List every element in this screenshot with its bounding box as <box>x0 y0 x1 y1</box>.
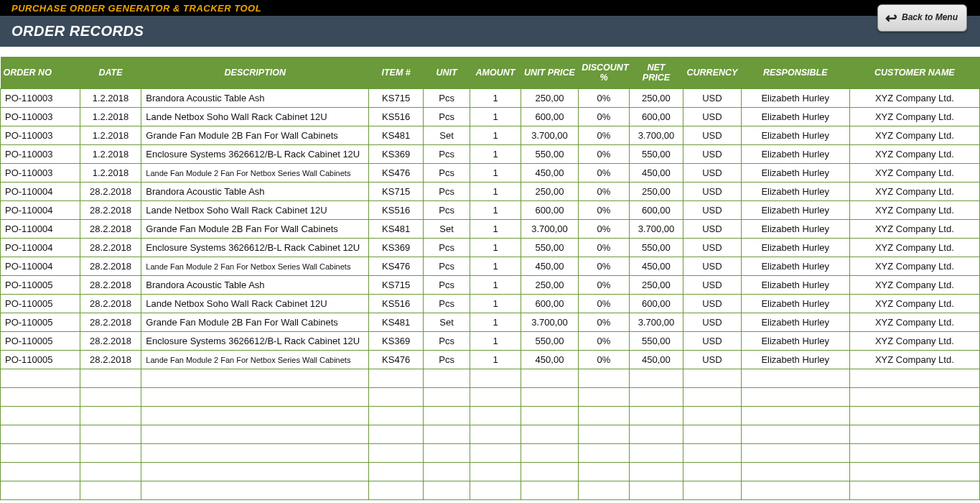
cell-empty <box>683 481 742 500</box>
cell-desc: Grande Fan Module 2B Fan For Wall Cabine… <box>141 220 369 239</box>
order-records-table: ORDER NODATEDESCRIPTIONITEM #UNITAMOUNTU… <box>0 57 980 500</box>
cell-empty <box>521 481 579 500</box>
spacer <box>0 47 980 57</box>
cell-unit: Pcs <box>423 332 470 351</box>
table-row-empty[interactable] <box>1 369 980 388</box>
cell-cust: XYZ Company Ltd. <box>849 313 979 332</box>
cell-date: 28.2.2018 <box>80 201 141 220</box>
cell-empty <box>629 444 683 463</box>
table-row[interactable]: PO-1100031.2.2018Lande Fan Module 2 Fan … <box>1 164 980 183</box>
cell-empty <box>741 388 849 407</box>
cell-nprice: 600,00 <box>629 201 683 220</box>
cell-empty <box>470 425 521 444</box>
table-row[interactable]: PO-11000528.2.2018Brandora Acoustic Tabl… <box>1 276 980 295</box>
cell-empty <box>579 369 629 388</box>
table-row-empty[interactable] <box>1 463 980 481</box>
back-to-menu-button[interactable]: ↩ Back to Menu <box>877 4 967 32</box>
table-row[interactable]: PO-1100031.2.2018Lande Netbox Soho Wall … <box>1 108 980 126</box>
cell-date: 28.2.2018 <box>80 276 141 295</box>
table-row[interactable]: PO-11000528.2.2018Grande Fan Module 2B F… <box>1 313 980 332</box>
cell-desc: Brandora Acoustic Table Ash <box>141 89 369 108</box>
cell-nprice: 600,00 <box>629 108 683 126</box>
table-row-empty[interactable] <box>1 425 980 444</box>
cell-nprice: 450,00 <box>629 351 683 369</box>
table-row[interactable]: PO-11000428.2.2018Lande Netbox Soho Wall… <box>1 201 980 220</box>
cell-empty <box>423 407 470 425</box>
table-row[interactable]: PO-11000428.2.2018Brandora Acoustic Tabl… <box>1 183 980 201</box>
cell-cust: XYZ Company Ltd. <box>849 239 979 257</box>
cell-empty <box>470 369 521 388</box>
table-row[interactable]: PO-11000428.2.2018Lande Fan Module 2 Fan… <box>1 257 980 276</box>
cell-empty <box>1 388 80 407</box>
cell-empty <box>579 388 629 407</box>
table-row[interactable]: PO-11000428.2.2018Enclosure Systems 3626… <box>1 239 980 257</box>
cell-unit: Pcs <box>423 89 470 108</box>
cell-empty <box>80 481 141 500</box>
cell-disc: 0% <box>579 351 629 369</box>
cell-curr: USD <box>683 351 742 369</box>
cell-date: 28.2.2018 <box>80 257 141 276</box>
cell-empty <box>369 407 423 425</box>
cell-order: PO-110005 <box>1 276 80 295</box>
cell-empty <box>741 481 849 500</box>
cell-order: PO-110004 <box>1 220 80 239</box>
table-row-empty[interactable] <box>1 481 980 500</box>
column-header[interactable]: DISCOUNT % <box>579 57 629 89</box>
cell-desc: Enclosure Systems 3626612/B-L Rack Cabin… <box>141 145 369 164</box>
column-header[interactable]: UNIT <box>423 57 470 89</box>
cell-resp: Elizabeth Hurley <box>741 220 849 239</box>
cell-nprice: 550,00 <box>629 332 683 351</box>
cell-empty <box>423 463 470 481</box>
table-row[interactable]: PO-11000428.2.2018Grande Fan Module 2B F… <box>1 220 980 239</box>
cell-disc: 0% <box>579 126 629 145</box>
cell-curr: USD <box>683 239 742 257</box>
cell-disc: 0% <box>579 183 629 201</box>
column-header[interactable]: DATE <box>80 57 141 89</box>
cell-uprice: 600,00 <box>521 295 579 313</box>
column-header[interactable]: CURRENCY <box>683 57 742 89</box>
cell-date: 28.2.2018 <box>80 295 141 313</box>
table-row-empty[interactable] <box>1 388 980 407</box>
table-row[interactable]: PO-1100031.2.2018Brandora Acoustic Table… <box>1 89 980 108</box>
table-row-empty[interactable] <box>1 444 980 463</box>
cell-empty <box>423 425 470 444</box>
table-row-empty[interactable] <box>1 407 980 425</box>
cell-nprice: 550,00 <box>629 145 683 164</box>
column-header[interactable]: AMOUNT <box>470 57 521 89</box>
column-header[interactable]: UNIT PRICE <box>521 57 579 89</box>
cell-date: 28.2.2018 <box>80 239 141 257</box>
column-header[interactable]: DESCRIPTION <box>141 57 369 89</box>
cell-empty <box>849 444 979 463</box>
column-header[interactable]: NET PRICE <box>629 57 683 89</box>
cell-empty <box>521 369 579 388</box>
cell-amount: 1 <box>470 351 521 369</box>
cell-unit: Pcs <box>423 351 470 369</box>
table-row[interactable]: PO-11000528.2.2018Lande Netbox Soho Wall… <box>1 295 980 313</box>
cell-curr: USD <box>683 164 742 183</box>
cell-order: PO-110005 <box>1 351 80 369</box>
cell-item: KS369 <box>369 145 423 164</box>
cell-disc: 0% <box>579 201 629 220</box>
cell-uprice: 600,00 <box>521 108 579 126</box>
page-header-bar: ORDER RECORDS ↩ Back to Menu <box>0 16 980 47</box>
cell-item: KS476 <box>369 351 423 369</box>
table-row[interactable]: PO-1100031.2.2018Grande Fan Module 2B Fa… <box>1 126 980 145</box>
column-header[interactable]: ITEM # <box>369 57 423 89</box>
cell-empty <box>683 463 742 481</box>
cell-order: PO-110005 <box>1 295 80 313</box>
table-row[interactable]: PO-11000528.2.2018Enclosure Systems 3626… <box>1 332 980 351</box>
column-header[interactable]: CUSTOMER NAME <box>849 57 979 89</box>
table-body: PO-1100031.2.2018Brandora Acoustic Table… <box>1 89 980 500</box>
cell-desc: Lande Netbox Soho Wall Rack Cabinet 12U <box>141 295 369 313</box>
cell-uprice: 550,00 <box>521 239 579 257</box>
cell-unit: Pcs <box>423 164 470 183</box>
table-row[interactable]: PO-1100031.2.2018Enclosure Systems 36266… <box>1 145 980 164</box>
cell-nprice: 250,00 <box>629 276 683 295</box>
cell-uprice: 250,00 <box>521 183 579 201</box>
table-row[interactable]: PO-11000528.2.2018Lande Fan Module 2 Fan… <box>1 351 980 369</box>
cell-date: 1.2.2018 <box>80 89 141 108</box>
column-header[interactable]: RESPONSIBLE <box>741 57 849 89</box>
cell-order: PO-110003 <box>1 145 80 164</box>
column-header[interactable]: ORDER NO <box>1 57 80 89</box>
back-arrow-icon: ↩ <box>885 9 897 27</box>
